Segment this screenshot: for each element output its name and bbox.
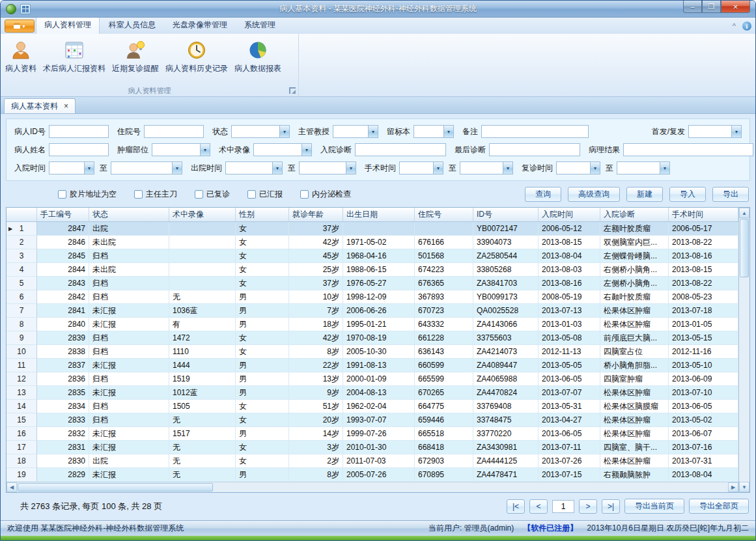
admission-no-input[interactable]	[144, 125, 204, 138]
ribbon-tab-department-staff[interactable]: 科室人员信息	[101, 17, 163, 34]
column-header-admit-time[interactable]: 入院时间	[539, 208, 600, 221]
checkbox-icon[interactable]	[134, 190, 143, 199]
prev-page-button[interactable]: <	[529, 499, 548, 514]
dropdown-arrow-icon[interactable]: ▾	[301, 144, 311, 156]
table-row[interactable]: 92839归档1472女42岁1970-08-19661228337556032…	[7, 331, 738, 345]
first-recur-select[interactable]: ▾	[688, 125, 742, 138]
table-row[interactable]: 42844未出院女25岁1988-06-15674223338052682013…	[7, 263, 738, 277]
advanced-query-button[interactable]: 高级查询	[568, 187, 620, 202]
final-dx-input[interactable]	[489, 143, 580, 156]
surgery-time-from-select[interactable]: ▾	[399, 161, 443, 174]
table-row[interactable]: 182830出院无女2岁2011-07-03672903ZA4444125201…	[7, 454, 738, 468]
next-page-button[interactable]: >	[579, 499, 597, 514]
table-row[interactable]: 192829未汇报无男8岁2005-07-26670895ZA447847120…	[7, 468, 738, 482]
tab-close-icon[interactable]: ×	[64, 102, 68, 111]
dropdown-arrow-icon[interactable]: ▾	[172, 162, 182, 174]
tumor-site-select[interactable]: ▾	[152, 143, 210, 156]
discharge-time-to-select[interactable]: ▾	[299, 161, 356, 174]
dropdown-arrow-icon[interactable]: ▾	[84, 162, 94, 174]
dropdown-arrow-icon[interactable]: ▾	[731, 126, 741, 137]
tab-patient-basic-data[interactable]: 病人基本资料 ×	[4, 98, 76, 113]
dropdown-arrow-icon[interactable]: ▾	[443, 126, 453, 137]
dropdown-arrow-icon[interactable]: ▾	[272, 162, 282, 174]
table-row[interactable]: 82840未汇报有男18岁1995-01-21643332ZA414306620…	[7, 318, 738, 331]
horizontal-scroll-thumb[interactable]	[18, 483, 213, 492]
dropdown-arrow-icon[interactable]: ▾	[346, 162, 356, 174]
column-header-sex[interactable]: 性别	[236, 208, 289, 221]
ribbon-tab-patient-management[interactable]: 病人资料管理	[36, 16, 100, 34]
table-row[interactable]: 112837未汇报1444男22岁1991-08-13660599ZA40894…	[7, 359, 738, 372]
discharge-time-from-select[interactable]: ▾	[225, 161, 283, 174]
table-row[interactable]: 142834归档1505女51岁1962-02-0466477533769408…	[7, 400, 738, 413]
scroll-left-icon[interactable]: ◀	[7, 482, 17, 492]
table-row[interactable]: 122836归档1519男13岁2000-01-09665599ZA406598…	[7, 372, 738, 386]
export-button[interactable]: 导出	[712, 187, 749, 202]
table-row[interactable]: 22846未出院女42岁1971-05-02676166339040732013…	[7, 236, 738, 249]
last-page-button[interactable]: >|	[602, 499, 620, 514]
checkbox-icon[interactable]	[58, 190, 66, 199]
dialog-launcher-icon[interactable]	[289, 87, 296, 94]
maximize-button[interactable]: ❐	[702, 1, 721, 13]
close-button[interactable]: ×	[721, 1, 750, 13]
surgery-time-to-select[interactable]: ▾	[460, 161, 513, 174]
ribbon-button-postop-report[interactable]: 术后病人汇报资料	[40, 36, 109, 85]
dropdown-arrow-icon[interactable]: ▾	[660, 162, 669, 174]
table-row[interactable]: 32845归档女45岁1968-04-16501568ZA25805442013…	[7, 249, 738, 263]
checkbox-endocrine-exam[interactable]: 内分泌检查	[300, 189, 351, 200]
checkbox-film-address-empty[interactable]: 胶片地址为空	[58, 189, 117, 200]
vertical-scroll-thumb[interactable]	[740, 219, 749, 277]
table-row[interactable]: ▶12847出院女37岁YB00721472006-05-12左额叶胶质瘤200…	[7, 222, 738, 236]
ribbon-button-patient-data[interactable]: 病人资料	[2, 36, 40, 85]
column-header-admission-no[interactable]: 住院号	[415, 208, 473, 221]
scroll-up-icon[interactable]: ▲	[739, 208, 749, 218]
table-row[interactable]: 102838归档1110女8岁2005-10-30636143ZA4214073…	[7, 345, 738, 359]
scroll-down-icon[interactable]: ▼	[739, 482, 749, 492]
checkbox-reported[interactable]: 已汇报	[247, 189, 283, 200]
checkbox-icon[interactable]	[195, 190, 203, 199]
quick-access-grid-icon[interactable]	[20, 4, 31, 14]
export-all-pages-button[interactable]: 导出全部页	[689, 499, 749, 514]
table-row[interactable]: 162832未汇报1517男14岁1999-07-266655183377022…	[7, 427, 738, 441]
table-row[interactable]: 72841未汇报1036蓝男7岁2006-06-26670723QA002552…	[7, 304, 738, 318]
revisit-time-from-select[interactable]: ▾	[556, 161, 600, 174]
dropdown-arrow-icon[interactable]: ▾	[200, 144, 210, 156]
checkbox-chief-surgeon[interactable]: 主任主刀	[134, 189, 177, 200]
horizontal-scrollbar[interactable]: ◀ ▶	[7, 482, 738, 492]
column-header-dob[interactable]: 出生日期	[343, 208, 415, 221]
scroll-right-icon[interactable]: ▶	[728, 482, 738, 492]
column-header-status[interactable]: 状态	[89, 208, 169, 221]
export-current-page-button[interactable]: 导出当前页	[624, 499, 684, 514]
patient-name-input[interactable]	[49, 143, 109, 156]
checkbox-icon[interactable]	[300, 190, 309, 199]
dropdown-arrow-icon[interactable]: ▾	[590, 162, 600, 174]
column-header-admit-dx[interactable]: 入院诊断	[600, 208, 669, 221]
admit-time-from-select[interactable]: ▾	[49, 161, 94, 174]
checkbox-icon[interactable]	[247, 190, 256, 199]
help-info-icon[interactable]: i	[742, 21, 751, 31]
ribbon-tab-disc-video[interactable]: 光盘录像带管理	[165, 17, 235, 34]
first-page-button[interactable]: |<	[507, 499, 525, 514]
page-number-input[interactable]	[552, 500, 574, 513]
column-header-surgery-time[interactable]: 手术时间	[669, 208, 738, 221]
app-menu-button[interactable]: ▾	[5, 20, 35, 33]
patient-id-input[interactable]	[49, 125, 109, 138]
admit-time-to-select[interactable]: ▾	[111, 161, 182, 174]
query-button[interactable]: 查询	[525, 187, 561, 202]
ribbon-tab-system[interactable]: 系统管理	[236, 17, 283, 34]
column-header-id-no[interactable]: ID号	[473, 208, 539, 221]
ribbon-collapse-icon[interactable]: ^	[733, 23, 736, 30]
admit-dx-input[interactable]	[355, 143, 446, 156]
dropdown-arrow-icon[interactable]: ▾	[368, 126, 378, 137]
professor-select[interactable]: ▾	[333, 125, 378, 138]
status-select[interactable]: ▾	[231, 125, 290, 138]
remark-input[interactable]	[481, 125, 589, 138]
checkbox-revisited[interactable]: 已复诊	[195, 189, 230, 200]
vertical-scrollbar[interactable]: ▲ ▼	[738, 208, 749, 492]
table-row[interactable]: 172831未汇报无女3岁2010-01-30668418ZA343098120…	[7, 441, 738, 454]
pathology-input[interactable]	[623, 143, 753, 156]
ribbon-button-history-record[interactable]: 病人资料历史记录	[162, 36, 231, 85]
video-select[interactable]: ▾	[253, 143, 312, 156]
table-row[interactable]: 52843归档女37岁1976-05-27676365ZA38417032013…	[7, 277, 738, 290]
table-row[interactable]: 62842归档无男10岁1998-12-09367893YB0099173200…	[7, 290, 738, 304]
dropdown-arrow-icon[interactable]: ▾	[503, 162, 512, 174]
